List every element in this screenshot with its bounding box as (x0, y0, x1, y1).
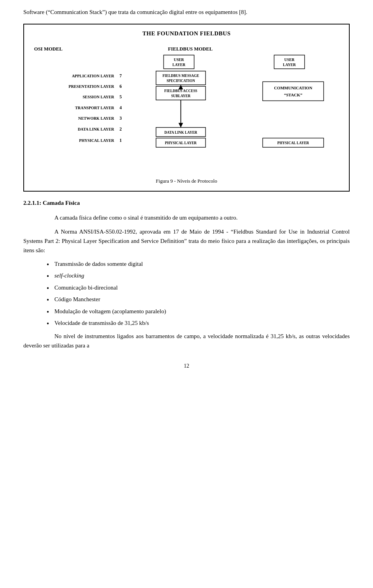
section-heading: 2.2.1.1: Camada Física (23, 199, 350, 208)
layer-datalink: DATA LINK LAYER (78, 127, 114, 131)
paragraph-2: A Norma ANSI/ISA-S50.02-1992, aprovada e… (23, 227, 350, 255)
layer-session: SESSION LAYER (83, 95, 115, 99)
user-layer-left-line2: LAYER (173, 63, 186, 67)
diagram-caption: Figura 9 - Níveis de Protocolo (30, 177, 343, 185)
paragraph-3: No nível de instrumentos ligados aos bar… (23, 332, 350, 350)
bullet-item-4: Código Manchester (47, 295, 350, 304)
layer-application: APPLICATION LAYER (72, 74, 114, 78)
layer-num-5: 5 (119, 94, 122, 99)
layer-num-4: 4 (119, 105, 122, 110)
layer-num-3: 3 (119, 116, 122, 121)
layer-physical: PHYSICAL LAYER (79, 138, 115, 143)
data-link-mid-label: DATA LINK LAYER (164, 131, 197, 134)
fms-line1: FIELDBUS MESSAGE (162, 74, 199, 78)
user-layer-left-line1: USER (174, 58, 184, 62)
comm-stack-line2: “STACK” (284, 92, 302, 97)
arrow-down-head (178, 123, 183, 127)
diagram-svg: OSI MODEL FIELDBUS MODEL USER LAYER USER… (30, 42, 343, 171)
physical-right-label: PHYSICAL LAYER (277, 141, 309, 145)
paragraph-1: A camada física define como o sinal é tr… (23, 213, 350, 222)
layer-num-7: 7 (119, 73, 122, 79)
bullet-item-2: self-clocking (47, 271, 350, 280)
fms-line2: SPECIFICATION (167, 79, 195, 83)
layer-num-6: 6 (119, 84, 122, 89)
fieldbus-header-label: FIELDBUS MODEL (168, 46, 213, 52)
intro-paragraph: Software (“Communication Stack”) que tra… (23, 8, 350, 17)
fas-line2: SUBLAYER (171, 94, 190, 98)
user-layer-right-line1: USER (284, 58, 295, 62)
arrow-up-head (178, 85, 183, 89)
layer-num-1: 1 (119, 138, 122, 143)
comm-stack-line1: COMMUNICATION (274, 85, 312, 90)
user-layer-right-line2: LAYER (283, 63, 296, 67)
page-number: 12 (23, 362, 350, 370)
bullet-item-3: Comunicação bi-direcional (47, 283, 350, 292)
physical-mid-label: PHYSICAL LAYER (165, 141, 197, 145)
bullet-item-5: Modulação de voltagem (acoplamento paral… (47, 307, 350, 316)
layer-transport: TRANSPORT LAYER (75, 106, 114, 110)
comm-stack-box (263, 82, 324, 101)
layer-presentation: PRESENTATION LAYER (68, 84, 114, 89)
layer-network: NETWORK LAYER (78, 116, 114, 120)
bullet-list: Transmissão de dados somente digital sel… (47, 260, 350, 328)
osi-header-label: OSI MODEL (34, 46, 63, 52)
diagram-title: THE FOUNDATION FIELDBUS (30, 29, 343, 38)
bullet-item-1: Transmissão de dados somente digital (47, 260, 350, 269)
bullet-item-6: Velocidade de transmissão de 31,25 kb/s (47, 319, 350, 328)
fas-line1: FIELDBUS ACCESS (164, 89, 197, 93)
fieldbus-diagram: THE FOUNDATION FIELDBUS OSI MODEL FIELDB… (23, 24, 350, 192)
layer-num-2: 2 (119, 127, 122, 132)
